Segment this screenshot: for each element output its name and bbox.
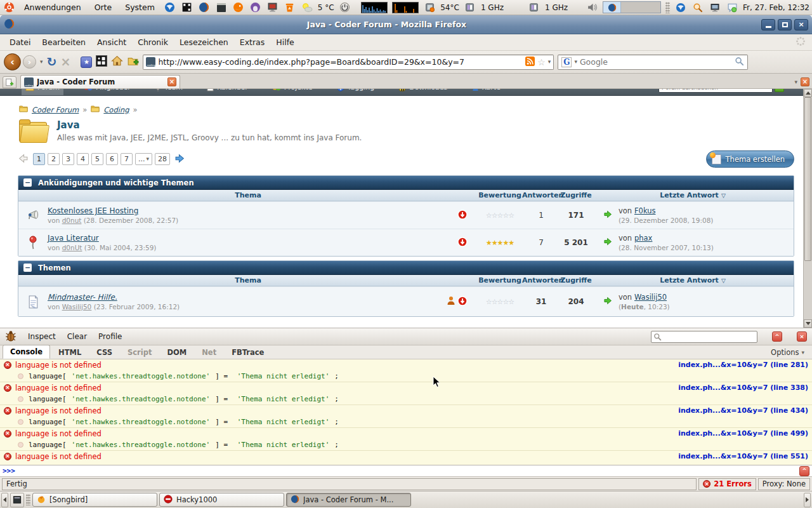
thread-link[interactable]: Mindmaster- Hilfe. [48, 293, 117, 302]
taskbar-button-hacky1000[interactable]: Hacky1000 [159, 493, 284, 507]
home-button[interactable] [111, 55, 123, 69]
collapse-icon[interactable]: − [23, 178, 32, 187]
bookmark-folder-add-icon[interactable] [127, 55, 139, 69]
goto-last-post-icon[interactable] [603, 210, 613, 220]
menu-ansicht[interactable]: Ansicht [91, 37, 132, 47]
url-dropdown-icon[interactable]: ▾ [548, 59, 551, 65]
menu-chronik[interactable]: Chronik [132, 37, 174, 47]
forumnav-forum[interactable]: Forum [22, 89, 63, 95]
close-button[interactable]: × [794, 19, 808, 30]
ubuntu-logo-icon[interactable] [3, 1, 15, 14]
scroll-up-icon[interactable] [804, 89, 812, 97]
firebug-search-box[interactable] [651, 331, 757, 343]
songbird-launcher-icon[interactable] [232, 1, 245, 14]
taskbar-button-songbird[interactable]: [Songbird] [32, 493, 157, 507]
close-firebug-icon[interactable]: × [797, 331, 807, 342]
tab-fbtrace[interactable]: FBTrace [225, 346, 271, 359]
screenshot-select-icon[interactable] [181, 1, 193, 14]
inspect-button[interactable]: Inspect [28, 332, 56, 341]
reload-button[interactable]: ↻ [47, 56, 57, 68]
clear-button[interactable]: Clear [67, 332, 87, 341]
rating-stars[interactable]: ☆☆☆☆☆ [486, 298, 514, 306]
list-all-tabs-icon[interactable]: ▾ [794, 79, 797, 85]
page-button-28[interactable]: 28 [155, 153, 170, 165]
web-search-input[interactable] [580, 57, 732, 67]
profile-button[interactable]: Profile [98, 332, 122, 341]
breakpoint-dot-icon[interactable] [18, 373, 23, 379]
goto-last-post-icon[interactable] [603, 237, 613, 248]
forum-search-input[interactable] [658, 89, 773, 93]
stop-button[interactable]: × [60, 56, 70, 68]
forumnav-mitglieder[interactable]: Mitglieder [80, 89, 134, 95]
breadcrumb-link-coder-forum[interactable]: Coder Forum [32, 105, 79, 114]
forumnav-kalender[interactable]: Kalender [203, 89, 252, 95]
page-button-2[interactable]: 2 [48, 153, 60, 165]
url-bar[interactable]: coding ☆ ▾ [143, 55, 554, 70]
forumnav-tagging[interactable]: Tagging [333, 89, 379, 95]
search-tray-icon[interactable] [691, 1, 704, 14]
pidgin-launcher-icon[interactable] [249, 1, 262, 14]
source-link[interactable]: index.ph...&x=10&y=7 (line 551) [678, 452, 808, 460]
menu-bearbeiten[interactable]: Bearbeiten [36, 37, 91, 47]
rating-stars[interactable]: ★★★★★ [486, 239, 514, 247]
scrollbar-thumb[interactable] [804, 97, 811, 261]
forumnav-team[interactable]: Team [151, 89, 187, 95]
search-bar[interactable]: G ▾ [558, 55, 748, 70]
minimize-button[interactable] [761, 19, 775, 30]
tab-css[interactable]: CSS [89, 346, 119, 359]
maximize-button[interactable] [778, 19, 792, 30]
page-button-3[interactable]: 3 [62, 153, 74, 165]
firefox-launcher-icon[interactable] [198, 1, 211, 14]
content-scrollbar[interactable] [803, 89, 812, 328]
page-button-6[interactable]: 6 [106, 153, 118, 165]
breakpoint-dot-icon[interactable] [18, 396, 23, 402]
goto-last-post-icon[interactable] [603, 297, 613, 307]
menu-orte[interactable]: Orte [90, 0, 117, 15]
url-input[interactable] [158, 57, 523, 67]
terminal-launcher-icon[interactable] [215, 1, 228, 14]
menu-hilfe[interactable]: Hilfe [270, 37, 299, 47]
firebug-error-count[interactable]: × 21 Errors [698, 478, 756, 490]
bookmark-star-icon[interactable]: ☆ [537, 57, 546, 67]
screengrab-icon[interactable] [96, 55, 107, 69]
thunderbird-launcher-icon[interactable] [164, 1, 176, 14]
history-dropdown-icon[interactable]: ▾ [40, 59, 43, 65]
rating-stars[interactable]: ☆☆☆☆☆ [486, 211, 514, 220]
firebug-command-line[interactable]: >>> ^ [0, 465, 812, 476]
menu-lesezeichen[interactable]: Lesezeichen [174, 37, 234, 47]
thread-link[interactable]: Java Literatur [48, 234, 99, 243]
back-button[interactable]: ‹ [4, 53, 21, 70]
panel-drag-handle[interactable] [665, 2, 670, 13]
taskbar-drag-handle[interactable] [26, 494, 30, 505]
firebug-bug-icon[interactable] [5, 330, 16, 344]
tab-close-icon[interactable]: × [167, 77, 176, 86]
collapse-icon[interactable]: − [23, 264, 32, 272]
last-author-link[interactable]: phax [634, 234, 652, 243]
weather-icon[interactable] [301, 1, 313, 14]
window-list-applet[interactable] [603, 1, 661, 13]
menu-extras[interactable]: Extras [234, 37, 271, 47]
taskbar-scroll-right[interactable] [804, 493, 811, 507]
window-list-icon[interactable] [10, 493, 24, 507]
scroll-down-icon[interactable] [804, 319, 812, 328]
source-link[interactable]: index.ph...&x=10&y=7 (line 434) [678, 406, 808, 415]
close-tab-button[interactable]: × [801, 77, 809, 86]
author-link[interactable]: Wasilij50 [62, 303, 92, 311]
rss-feed-icon[interactable] [525, 57, 535, 68]
author-link[interactable]: d0nut [62, 217, 82, 224]
detach-firebug-icon[interactable]: ^ [772, 331, 782, 342]
bookmark-manager-icon[interactable]: ★ [81, 57, 92, 68]
open-command-editor-icon[interactable]: ^ [799, 466, 809, 476]
sort-column-header[interactable]: Letzte Antwort▽ [592, 276, 794, 284]
source-link[interactable]: index.ph...&x=10&y=7 (line 499) [678, 429, 808, 438]
tab-dom[interactable]: DOM [160, 346, 193, 359]
trash-launcher-icon[interactable] [284, 1, 296, 14]
tab-java-coder-forum[interactable]: coding Java - Coder Forum × [20, 75, 180, 88]
new-tab-button[interactable] [3, 76, 16, 88]
page-button-4[interactable]: 4 [77, 153, 89, 165]
window-titlebar[interactable]: Java - Coder Forum - Mozilla Firefox × [0, 15, 812, 34]
page-button-5[interactable]: 5 [91, 153, 103, 165]
google-engine-icon[interactable]: G [561, 57, 572, 67]
forward-button[interactable]: › [23, 55, 36, 69]
page-ellipsis-button[interactable]: ...▾ [135, 153, 152, 165]
